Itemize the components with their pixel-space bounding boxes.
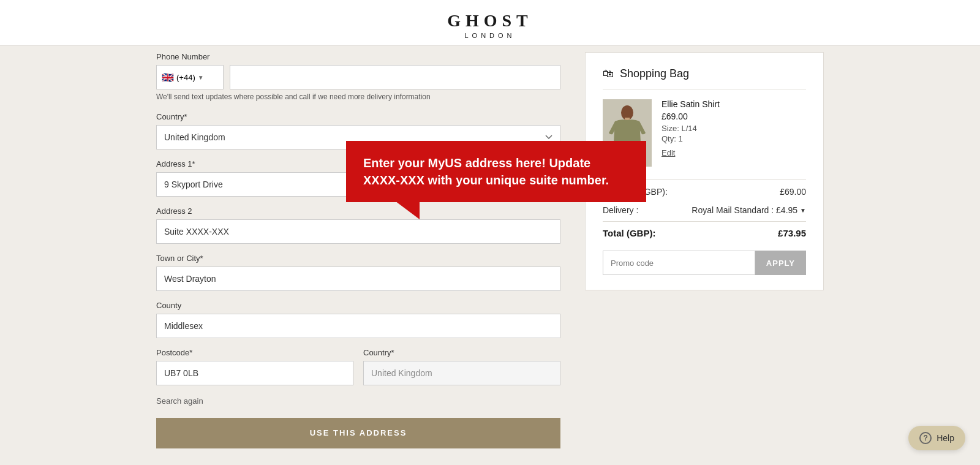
item-edit-link[interactable]: Edit: [662, 148, 675, 157]
address2-label: Address 2: [156, 206, 560, 216]
postcode-label: Postcode*: [156, 348, 353, 357]
apply-button[interactable]: APPLY: [755, 251, 806, 275]
promo-input[interactable]: [603, 251, 755, 275]
search-again-link[interactable]: Search again: [156, 396, 203, 406]
item-price: £69.00: [662, 112, 806, 121]
sidebar: 🛍 Shopping Bag: [585, 46, 824, 448]
callout-line1: Enter your MyUS address here! Update: [363, 156, 590, 170]
item-name: Ellie Satin Shirt: [662, 99, 806, 109]
phone-code: (+44): [176, 73, 195, 82]
country2-input[interactable]: [363, 361, 560, 385]
postcode-group: Postcode*: [156, 348, 353, 385]
site-header: GHOST LONDON: [0, 0, 980, 46]
phone-country-selector[interactable]: 🇬🇧 (+44) ▼: [156, 65, 224, 89]
total-value: £73.95: [778, 228, 806, 238]
country-label: Country*: [156, 112, 560, 121]
help-icon: ?: [919, 432, 932, 444]
bag-title: Shopping Bag: [620, 67, 689, 80]
use-address-button[interactable]: USE THIS ADDRESS: [156, 418, 560, 448]
bag-header: 🛍 Shopping Bag: [603, 67, 806, 89]
callout-line2: XXXX-XXX with your unique suite number.: [363, 173, 609, 187]
chevron-down-icon: ▼: [800, 207, 806, 214]
postcode-input[interactable]: [156, 361, 353, 385]
phone-group: Phone Number 🇬🇧 (+44) ▼ We'll send text …: [156, 52, 560, 102]
subtotal-value: £69.00: [780, 187, 806, 197]
total-label: Total (GBP):: [603, 228, 655, 238]
chevron-down-icon: ▼: [198, 74, 204, 81]
delivery-value: Royal Mail Standard : £4.95: [692, 205, 797, 215]
phone-label: Phone Number: [156, 52, 560, 61]
item-size: Size: L/14: [662, 124, 806, 133]
site-sub-logo: LONDON: [0, 32, 980, 39]
main-layout: Phone Number 🇬🇧 (+44) ▼ We'll send text …: [0, 46, 980, 448]
address2-input[interactable]: [156, 219, 560, 244]
county-input[interactable]: [156, 314, 560, 338]
address2-group: Address 2: [156, 206, 560, 244]
phone-row: 🇬🇧 (+44) ▼: [156, 65, 560, 89]
phone-input[interactable]: [230, 65, 560, 89]
sms-note: We'll send text updates where possible a…: [156, 92, 560, 102]
delivery-row: Delivery : Royal Mail Standard : £4.95 ▼: [603, 203, 806, 215]
help-button[interactable]: ? Help: [908, 426, 965, 450]
item-qty: Qty: 1: [662, 134, 806, 143]
total-row: Total (GBP): £73.95: [603, 221, 806, 238]
help-label: Help: [937, 433, 954, 443]
country2-label: Country*: [363, 348, 560, 357]
city-input[interactable]: [156, 267, 560, 291]
city-label: Town or City*: [156, 254, 560, 263]
county-group: County: [156, 301, 560, 338]
country2-group: Country*: [363, 348, 560, 385]
bag-item-details: Ellie Satin Shirt £69.00 Size: L/14 Qty:…: [662, 99, 806, 167]
delivery-value-container[interactable]: Royal Mail Standard : £4.95 ▼: [692, 205, 806, 215]
city-group: Town or City*: [156, 254, 560, 291]
bag-icon: 🛍: [603, 67, 614, 80]
delivery-label: Delivery :: [603, 205, 638, 215]
promo-row: APPLY: [603, 251, 806, 275]
site-logo: GHOST: [0, 11, 980, 31]
county-label: County: [156, 301, 560, 310]
postcode-country-row: Postcode* Country*: [156, 348, 560, 395]
address-form: Phone Number 🇬🇧 (+44) ▼ We'll send text …: [156, 46, 560, 448]
address-callout: Enter your MyUS address here! Update XXX…: [346, 141, 646, 202]
flag-icon: 🇬🇧: [162, 72, 174, 83]
